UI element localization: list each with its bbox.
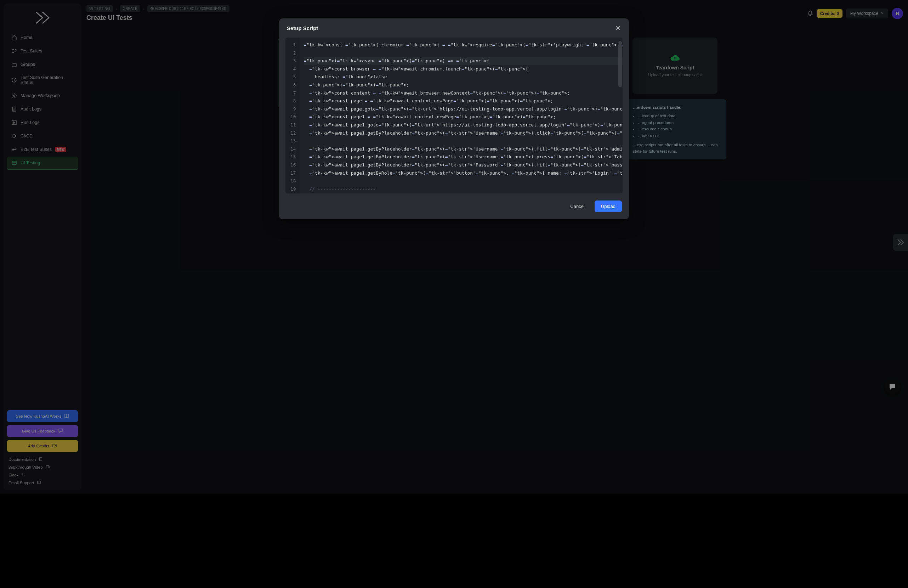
cancel-button[interactable]: Cancel — [564, 200, 591, 212]
upload-button[interactable]: Upload — [595, 200, 622, 212]
line-gutter: 12345678910111213141516171819 — [285, 37, 299, 193]
close-icon[interactable] — [615, 25, 621, 31]
setup-script-modal: Setup Script 123456789101112131415161718… — [279, 18, 629, 219]
modal-title: Setup Script — [287, 25, 318, 31]
code-editor[interactable]: 12345678910111213141516171819 ="tk-kw">c… — [285, 37, 623, 193]
modal-backdrop: Setup Script 123456789101112131415161718… — [0, 0, 908, 494]
editor-scrollbar[interactable] — [618, 41, 622, 87]
code-content[interactable]: ="tk-kw">const ="tk-punc">{ chromium ="t… — [299, 37, 623, 193]
